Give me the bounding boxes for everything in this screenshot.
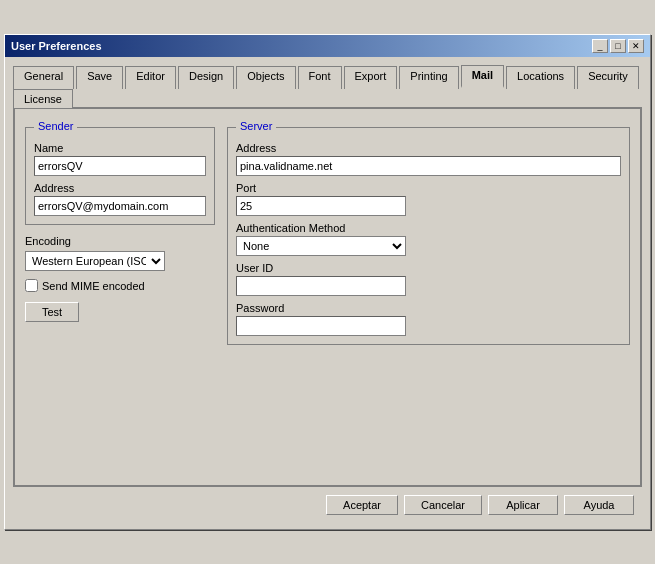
window-content: General Save Editor Design Objects Font … (5, 57, 650, 529)
sender-address-label: Address (34, 182, 206, 194)
tab-export[interactable]: Export (344, 66, 398, 89)
encoding-label: Encoding (25, 235, 215, 247)
server-panel: Server Address Port Authentication Metho… (227, 119, 630, 345)
password-label: Password (236, 302, 621, 314)
sender-name-label: Name (34, 142, 206, 154)
tab-printing[interactable]: Printing (399, 66, 458, 89)
tab-save[interactable]: Save (76, 66, 123, 89)
server-address-input[interactable] (236, 156, 621, 176)
tab-bar: General Save Editor Design Objects Font … (13, 65, 642, 109)
userid-label: User ID (236, 262, 621, 274)
tab-design[interactable]: Design (178, 66, 234, 89)
tab-editor[interactable]: Editor (125, 66, 176, 89)
server-group: Server Address Port Authentication Metho… (227, 127, 630, 345)
test-button[interactable]: Test (25, 302, 79, 322)
title-bar-buttons: _ □ ✕ (592, 39, 644, 53)
sender-name-input[interactable] (34, 156, 206, 176)
mime-checkbox-row: Send MIME encoded (25, 279, 215, 292)
main-content: Sender Name Address Encoding Western Eur… (13, 107, 642, 487)
server-port-input[interactable] (236, 196, 406, 216)
server-group-label: Server (236, 120, 276, 132)
sender-group: Sender Name Address (25, 127, 215, 225)
bottom-bar: Aceptar Cancelar Aplicar Ayuda (13, 487, 642, 521)
auth-method-select[interactable]: None LOGIN PLAIN CRAM-MD5 (236, 236, 406, 256)
mime-label: Send MIME encoded (42, 280, 145, 292)
close-button[interactable]: ✕ (628, 39, 644, 53)
sender-group-label: Sender (34, 120, 77, 132)
preferences-window: User Preferences _ □ ✕ General Save Edit… (4, 34, 651, 530)
sender-panel: Sender Name Address Encoding Western Eur… (25, 119, 215, 345)
server-port-label: Port (236, 182, 621, 194)
auth-method-label: Authentication Method (236, 222, 621, 234)
sender-address-input[interactable] (34, 196, 206, 216)
window-title: User Preferences (11, 40, 102, 52)
tab-general[interactable]: General (13, 66, 74, 89)
encoding-select[interactable]: Western European (ISO) UTF-8 US-ASCII (25, 251, 165, 271)
tab-security[interactable]: Security (577, 66, 639, 89)
tab-font[interactable]: Font (298, 66, 342, 89)
tab-mail[interactable]: Mail (461, 65, 504, 88)
title-bar: User Preferences _ □ ✕ (5, 35, 650, 57)
encoding-row: Western European (ISO) UTF-8 US-ASCII (25, 251, 215, 271)
maximize-button[interactable]: □ (610, 39, 626, 53)
password-input[interactable] (236, 316, 406, 336)
tab-locations[interactable]: Locations (506, 66, 575, 89)
minimize-button[interactable]: _ (592, 39, 608, 53)
tab-objects[interactable]: Objects (236, 66, 295, 89)
tab-license[interactable]: License (13, 89, 73, 108)
help-button[interactable]: Ayuda (564, 495, 634, 515)
server-address-label: Address (236, 142, 621, 154)
panels-row: Sender Name Address Encoding Western Eur… (25, 119, 630, 345)
mime-checkbox[interactable] (25, 279, 38, 292)
accept-button[interactable]: Aceptar (326, 495, 398, 515)
cancel-button[interactable]: Cancelar (404, 495, 482, 515)
auth-select-row: None LOGIN PLAIN CRAM-MD5 (236, 236, 621, 256)
apply-button[interactable]: Aplicar (488, 495, 558, 515)
userid-input[interactable] (236, 276, 406, 296)
